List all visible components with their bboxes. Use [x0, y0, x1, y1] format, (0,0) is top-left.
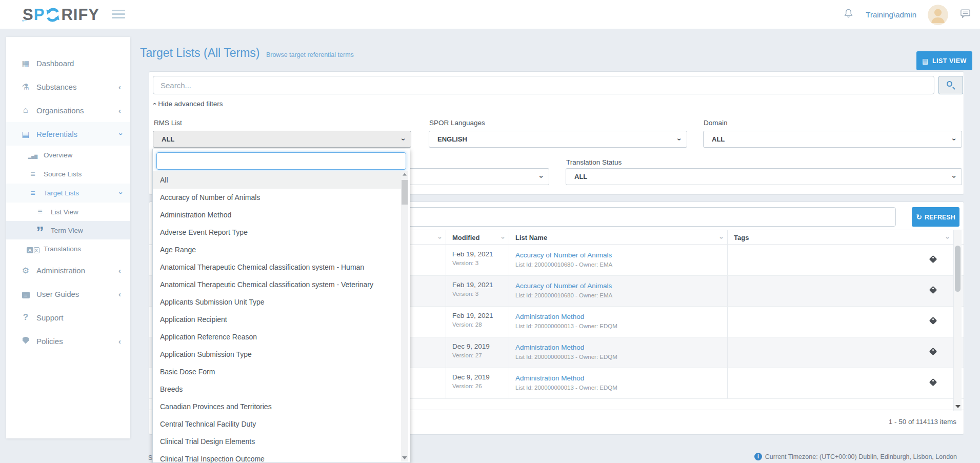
rms-dropdown-option[interactable]: Application Recipient	[153, 311, 403, 328]
rms-dropdown-option[interactable]: Clinical Trial Inspection Outcome	[153, 450, 403, 463]
dropdown-scrollbar[interactable]	[401, 171, 408, 461]
list-icon	[19, 129, 32, 139]
list-view-button[interactable]: ▤LIST VIEW	[916, 51, 972, 70]
messages-icon[interactable]	[959, 8, 971, 22]
sidebar-item-term-view[interactable]: Term View	[6, 221, 130, 239]
pagination-summary: 1 - 50 of 114113 items	[889, 418, 956, 426]
rms-dropdown-option[interactable]: Adverse Event Report Type	[153, 224, 403, 241]
version-label: Version: 27	[452, 352, 509, 358]
sort-chevron-icon: ‹	[940, 237, 955, 239]
rms-dropdown-option[interactable]: Age Range	[153, 241, 403, 258]
list-sm-icon	[27, 170, 39, 179]
shield-icon	[19, 337, 32, 346]
rms-dropdown-option[interactable]: Central Technical Facility Duty	[153, 415, 403, 433]
modified-date: Dec 9, 2019	[452, 373, 509, 381]
scrollbar-thumb[interactable]	[955, 246, 961, 292]
sidebar-item-label: Organisations	[36, 106, 84, 115]
tag-icon[interactable]	[929, 255, 937, 264]
sidebar-item-label: Translations	[44, 245, 81, 253]
sidebar-item-translations[interactable]: Translations	[6, 239, 130, 258]
sidebar-item-administration[interactable]: Administration	[6, 258, 130, 282]
sync-icon	[45, 7, 61, 23]
rms-dropdown-option[interactable]: All	[153, 171, 403, 189]
sort-chevron-icon: ‹	[432, 237, 447, 239]
modified-date: Feb 19, 2021	[452, 281, 509, 289]
footer: S i Current Timezone: (UTC+00:00) Dublin…	[0, 438, 980, 463]
chevron-down-icon	[115, 192, 124, 194]
refresh-button[interactable]: ↻REFRESH	[912, 207, 959, 227]
current-user[interactable]: Training\admin	[866, 10, 916, 19]
modified-date: Feb 19, 2021	[452, 250, 509, 258]
rms-list-dropdown: AllAccuracy of Number of AnimalsAdminist…	[152, 149, 410, 463]
avatar[interactable]	[928, 5, 948, 25]
tag-icon[interactable]	[929, 317, 937, 325]
sidebar-item-dashboard[interactable]: Dashboard	[6, 51, 130, 75]
column-header-list-name[interactable]: List Name‹	[509, 230, 727, 245]
book-icon	[19, 290, 32, 298]
sidebar-item-overview[interactable]: Overview	[6, 146, 130, 165]
sidebar-item-source-lists[interactable]: Source Lists	[6, 165, 130, 184]
scroll-down-arrow-icon[interactable]	[955, 405, 961, 408]
sidebar-item-support[interactable]: Support	[6, 306, 130, 329]
factory-icon	[19, 105, 32, 115]
rms-dropdown-option[interactable]: Canadian Provinces and Territories	[153, 398, 403, 415]
sidebar-item-substances[interactable]: Substances	[6, 75, 130, 98]
sidebar-item-user-guides[interactable]: User Guides	[6, 282, 130, 306]
list-name-link[interactable]: Accuracy of Number of Animals	[515, 251, 612, 259]
tag-icon[interactable]	[929, 286, 937, 294]
page-subtitle: Browse target referential terms	[266, 51, 354, 58]
rms-dropdown-option[interactable]: Administration Method	[153, 206, 403, 224]
sidebar-item-referentials[interactable]: Referentials	[6, 122, 130, 146]
sidebar-item-label: Policies	[36, 337, 63, 346]
sidebar-item-policies[interactable]: Policies	[6, 329, 130, 353]
list-name-link[interactable]: Administration Method	[515, 313, 584, 320]
sidebar-item-target-lists[interactable]: Target Lists	[6, 184, 130, 203]
table-scrollbar[interactable]	[953, 230, 962, 411]
chevron-down-icon: ‹	[671, 138, 687, 140]
rms-dropdown-option[interactable]: Anatomical Therapeutic Chemical classifi…	[153, 258, 403, 276]
rms-dropdown-option[interactable]: Basic Dose Form	[153, 363, 403, 380]
domain-label: Domain	[704, 119, 728, 127]
search-button[interactable]	[938, 76, 963, 94]
grid-icon	[19, 58, 32, 68]
chevron-left-icon	[118, 290, 121, 298]
column-header-tags[interactable]: Tags‹	[727, 230, 953, 245]
rms-dropdown-option[interactable]: Applicants Submission Unit Type	[153, 293, 403, 311]
sidebar-item-label: Support	[36, 313, 64, 322]
column-header-modified[interactable]: Modified‹	[446, 230, 509, 245]
topbar: S← P RIFY Training\admin	[0, 0, 980, 29]
rms-dropdown-option[interactable]: Accuracy of Number of Animals	[153, 189, 403, 206]
chevron-left-icon	[118, 337, 121, 346]
scroll-up-arrow-icon[interactable]	[403, 173, 407, 176]
rms-dropdown-option[interactable]: Anatomical Therapeutic Chemical classifi…	[153, 276, 403, 293]
advanced-filters-toggle[interactable]: ‹Hide advanced filters	[154, 100, 223, 108]
tag-icon[interactable]	[929, 348, 937, 356]
sidebar-item-list-view[interactable]: List View	[6, 203, 130, 221]
sidebar-item-organisations[interactable]: Organisations	[6, 98, 130, 122]
sort-chevron-icon: ‹	[495, 237, 510, 239]
translation-status-label: Translation Status	[566, 158, 622, 166]
rms-dropdown-option[interactable]: Clinical Trial Design Elements	[153, 433, 403, 450]
translation-status-select[interactable]: ALL‹	[566, 168, 962, 185]
list-name-link[interactable]: Administration Method	[515, 344, 584, 351]
menu-toggle-icon[interactable]	[112, 10, 125, 21]
flask-icon	[19, 82, 32, 92]
dropdown-filter-input[interactable]	[156, 152, 406, 170]
rms-list-select[interactable]: ALL‹	[153, 131, 411, 148]
rms-dropdown-option[interactable]: Breeds	[153, 380, 403, 398]
app-logo[interactable]: S← P RIFY	[23, 6, 99, 24]
domain-select[interactable]: ALL‹	[703, 131, 962, 148]
list-name-link[interactable]: Administration Method	[515, 374, 584, 382]
rms-dropdown-option[interactable]: Application Reference Reason	[153, 328, 403, 346]
tag-icon[interactable]	[929, 378, 937, 387]
rms-dropdown-option[interactable]: Application Submission Type	[153, 346, 403, 363]
sidebar-item-label: Referentials	[36, 130, 77, 138]
list-meta: List Id: 200000000013 - Owner: EDQM	[515, 323, 727, 329]
notifications-bell-icon[interactable]	[843, 8, 854, 22]
search-input[interactable]	[153, 76, 934, 94]
dropdown-scrollbar-thumb[interactable]	[402, 180, 408, 205]
spor-languages-select[interactable]: ENGLISH‹	[429, 131, 687, 148]
scroll-down-arrow-icon[interactable]	[402, 456, 407, 459]
chevron-down-icon: ‹	[533, 175, 549, 178]
list-name-link[interactable]: Accuracy of Number of Animals	[515, 282, 612, 290]
